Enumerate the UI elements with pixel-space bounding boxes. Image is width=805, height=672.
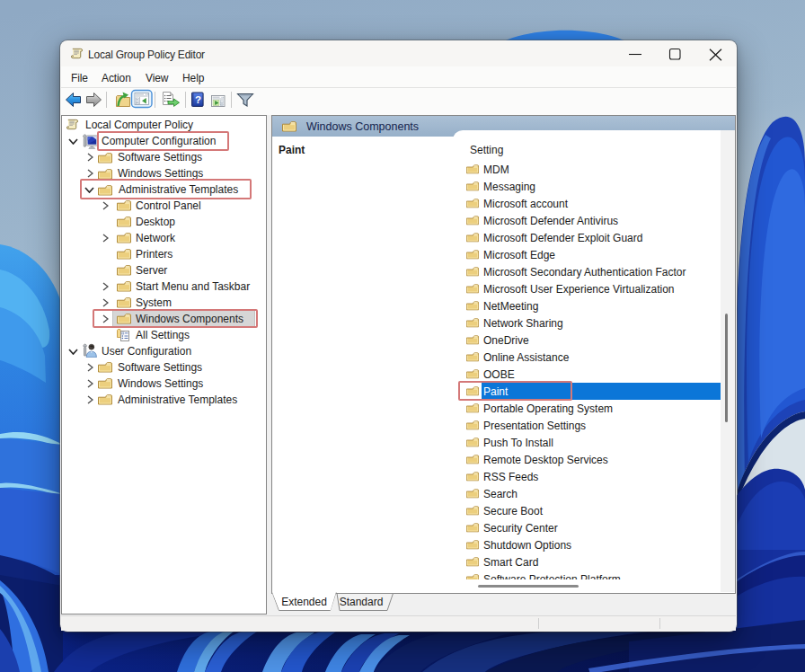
svg-text:Extended: Extended bbox=[281, 596, 327, 608]
svg-text:?: ? bbox=[195, 94, 201, 105]
svg-text:Standard: Standard bbox=[340, 596, 384, 608]
